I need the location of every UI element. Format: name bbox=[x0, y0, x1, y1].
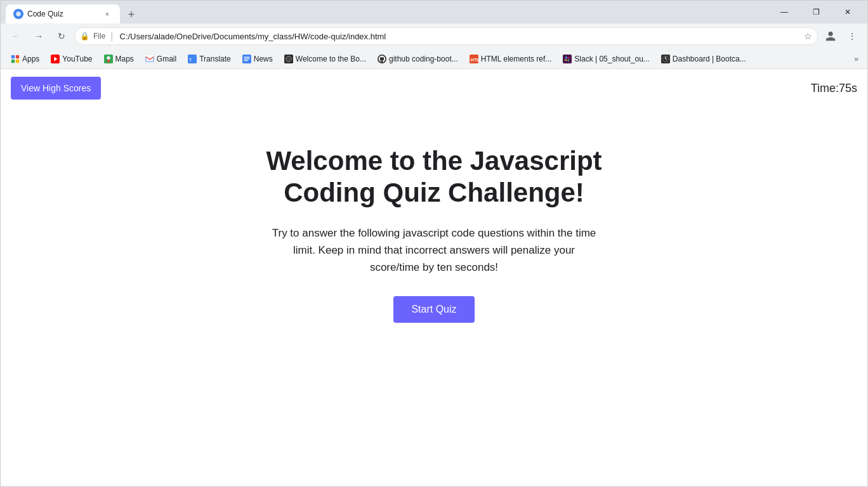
quiz-description: Try to answer the following javascript c… bbox=[269, 224, 599, 276]
refresh-button[interactable]: ↻ bbox=[51, 26, 72, 46]
news-icon bbox=[242, 55, 251, 63]
address-bar-container[interactable]: 🔒 File | ☆ bbox=[74, 27, 818, 45]
tab-favicon bbox=[13, 9, 23, 19]
timer-value: 75s bbox=[839, 82, 857, 94]
quiz-container: Welcome to the Javascript Coding Quiz Ch… bbox=[1, 107, 867, 361]
address-label: File bbox=[93, 32, 105, 41]
bookmark-github[interactable]: github coding-boot... bbox=[372, 51, 463, 67]
bookmark-translate-label: Translate bbox=[199, 55, 231, 63]
address-right-icons: ☆ bbox=[804, 31, 812, 41]
maps-icon bbox=[104, 55, 113, 63]
gmail-icon bbox=[145, 55, 154, 63]
svg-rect-16 bbox=[244, 60, 247, 60]
address-input[interactable] bbox=[120, 32, 801, 41]
title-bar: Code Quiz × + — ❐ ✕ bbox=[1, 1, 867, 23]
tab-title: Code Quiz bbox=[27, 10, 98, 18]
timer-label: Time: bbox=[811, 82, 839, 94]
star-icon[interactable]: ☆ bbox=[804, 31, 812, 41]
svg-rect-4 bbox=[16, 59, 19, 62]
start-quiz-button[interactable]: Start Quiz bbox=[393, 296, 474, 323]
bookmark-github-label: github coding-boot... bbox=[389, 55, 458, 63]
svg-point-0 bbox=[16, 11, 21, 16]
bookmarks-more-button[interactable]: » bbox=[850, 51, 862, 67]
view-high-scores-button[interactable]: View High Scores bbox=[11, 77, 101, 100]
bookmark-youtube[interactable]: YouTube bbox=[46, 51, 97, 67]
svg-text:HTML: HTML bbox=[470, 57, 478, 62]
navigation-bar: ← → ↻ 🔒 File | ☆ ⋮ bbox=[1, 23, 867, 49]
bookmark-maps[interactable]: Maps bbox=[99, 51, 139, 67]
bookmarks-bar: Apps YouTube Maps Gmail bbox=[1, 49, 867, 69]
forward-button[interactable]: → bbox=[29, 26, 49, 46]
bookmark-news[interactable]: News bbox=[237, 51, 278, 67]
page-header: View High Scores Time:75s bbox=[1, 69, 867, 107]
slack-icon bbox=[563, 55, 572, 63]
svg-point-8 bbox=[107, 56, 110, 59]
bookmark-maps-label: Maps bbox=[115, 55, 134, 63]
github-icon bbox=[378, 55, 386, 63]
bookmark-apps[interactable]: Apps bbox=[6, 51, 44, 67]
bookmark-slack[interactable]: Slack | 05_shout_ou... bbox=[558, 51, 655, 67]
translate-icon: T bbox=[188, 55, 197, 63]
svg-rect-10 bbox=[145, 55, 154, 63]
svg-rect-25 bbox=[568, 59, 569, 62]
bookmark-translate[interactable]: T Translate bbox=[183, 51, 236, 67]
profile-button[interactable] bbox=[820, 26, 841, 46]
svg-rect-15 bbox=[244, 58, 249, 59]
quiz-title: Welcome to the Javascript Coding Quiz Ch… bbox=[244, 145, 624, 209]
active-tab[interactable]: Code Quiz × bbox=[6, 4, 120, 23]
back-button[interactable]: ← bbox=[6, 26, 26, 46]
tab-bar: Code Quiz × + bbox=[6, 1, 770, 23]
bookmark-dashboard-label: Dashboard | Bootca... bbox=[673, 55, 746, 63]
bookmark-welcome[interactable]: Welcome to the Bo... bbox=[279, 51, 371, 67]
bookmark-slack-label: Slack | 05_shout_ou... bbox=[574, 55, 650, 63]
html-ref-icon: HTML bbox=[470, 55, 478, 63]
bookmark-gmail[interactable]: Gmail bbox=[140, 51, 181, 67]
nav-right-icons: ⋮ bbox=[820, 26, 862, 46]
secure-icon: 🔒 bbox=[80, 32, 89, 41]
bookmark-html-ref[interactable]: HTML HTML elements ref... bbox=[464, 51, 557, 67]
dashboard-icon bbox=[661, 55, 670, 63]
chrome-window: Code Quiz × + — ❐ ✕ ← → ↻ 🔒 File | ☆ bbox=[0, 0, 868, 487]
maximize-button[interactable]: ❐ bbox=[801, 1, 831, 23]
bookmark-html-label: HTML elements ref... bbox=[481, 55, 552, 63]
timer-display: Time:75s bbox=[811, 82, 857, 95]
minimize-button[interactable]: — bbox=[770, 1, 799, 23]
welcome-icon bbox=[284, 55, 293, 63]
svg-rect-27 bbox=[567, 57, 570, 58]
bookmark-welcome-label: Welcome to the Bo... bbox=[296, 55, 366, 63]
svg-rect-23 bbox=[563, 55, 572, 63]
bookmark-youtube-label: YouTube bbox=[62, 55, 92, 63]
page-content: View High Scores Time:75s Welcome to the… bbox=[1, 69, 867, 486]
svg-rect-1 bbox=[11, 55, 15, 58]
new-tab-button[interactable]: + bbox=[122, 6, 140, 23]
svg-rect-2 bbox=[16, 55, 19, 58]
bookmark-news-label: News bbox=[254, 55, 273, 63]
window-controls: — ❐ ✕ bbox=[770, 1, 862, 23]
bookmark-gmail-label: Gmail bbox=[157, 55, 176, 63]
address-separator: | bbox=[110, 30, 113, 42]
svg-text:T: T bbox=[189, 56, 192, 62]
bookmark-dashboard[interactable]: Dashboard | Bootca... bbox=[656, 51, 751, 67]
svg-rect-14 bbox=[244, 56, 249, 57]
youtube-icon bbox=[51, 55, 60, 63]
apps-icon bbox=[11, 55, 20, 63]
menu-button[interactable]: ⋮ bbox=[842, 26, 862, 46]
bookmark-apps-label: Apps bbox=[22, 55, 39, 63]
svg-rect-24 bbox=[566, 56, 567, 58]
close-button[interactable]: ✕ bbox=[833, 1, 862, 23]
svg-rect-3 bbox=[11, 59, 15, 62]
tab-close-button[interactable]: × bbox=[102, 9, 112, 19]
svg-rect-26 bbox=[565, 59, 567, 60]
